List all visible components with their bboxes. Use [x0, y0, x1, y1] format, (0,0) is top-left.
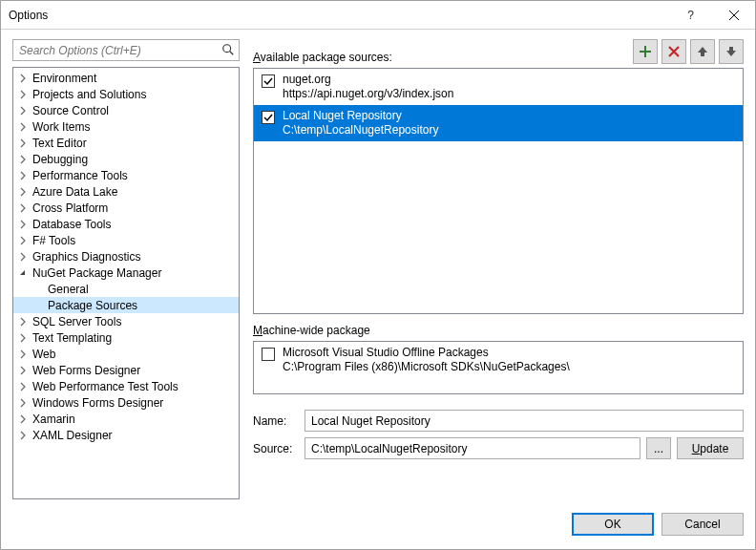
source-row[interactable]: Local Nuget RepositoryC:\temp\LocalNuget…	[254, 105, 743, 141]
source-checkbox[interactable]	[262, 111, 275, 124]
dialog-footer: OK Cancel	[1, 505, 755, 549]
chevron-right-icon[interactable]	[15, 314, 31, 329]
source-row[interactable]: nuget.orghttps://api.nuget.org/v3/index.…	[254, 69, 743, 105]
chevron-right-icon[interactable]	[15, 136, 31, 151]
source-row[interactable]: Microsoft Visual Studio Offline Packages…	[254, 342, 743, 378]
source-label: Source:	[253, 442, 299, 455]
plus-icon	[639, 45, 652, 58]
chevron-down-icon[interactable]	[15, 265, 31, 281]
chevron-right-icon[interactable]	[15, 152, 31, 167]
help-button[interactable]: ?	[669, 1, 712, 30]
tree-item[interactable]: Package Sources	[13, 297, 239, 313]
source-text: Local Nuget RepositoryC:\temp\LocalNuget…	[283, 107, 438, 139]
available-sources-label: Available package sources:	[253, 51, 392, 64]
tree-item-label: Performance Tools	[31, 169, 128, 182]
source-path: C:\temp\LocalNugetRepository	[283, 123, 438, 138]
tree-item[interactable]: Windows Forms Designer	[13, 394, 239, 411]
tree-item-label: General	[46, 283, 89, 296]
tree-item[interactable]: Environment	[13, 70, 239, 86]
chevron-right-icon[interactable]	[15, 330, 31, 346]
chevron-right-icon[interactable]	[15, 395, 31, 411]
chevron-right-icon[interactable]	[15, 168, 31, 183]
chevron-right-icon[interactable]	[15, 103, 31, 118]
tree-item-label: NuGet Package Manager	[31, 266, 161, 280]
tree-item[interactable]: Projects and Solutions	[13, 86, 239, 102]
tree-item-label: Text Templating	[31, 331, 112, 345]
arrow-down-icon	[725, 46, 737, 57]
chevron-right-icon[interactable]	[15, 428, 31, 443]
cancel-button[interactable]: Cancel	[662, 513, 744, 536]
update-button[interactable]: Update	[677, 437, 744, 459]
chevron-right-icon[interactable]	[15, 363, 31, 378]
tree-item[interactable]: SQL Server Tools	[13, 313, 239, 329]
tree-item[interactable]: NuGet Package Manager	[13, 264, 239, 281]
move-up-button[interactable]	[690, 39, 715, 64]
tree-item-label: Xamarin	[31, 412, 75, 426]
help-icon: ?	[687, 9, 694, 22]
source-name: Microsoft Visual Studio Offline Packages	[283, 346, 570, 360]
remove-source-button[interactable]	[662, 39, 686, 64]
chevron-right-icon[interactable]	[15, 217, 31, 232]
tree-item-label: SQL Server Tools	[31, 315, 121, 328]
tree-item[interactable]: Work Items	[13, 118, 239, 135]
tree-item[interactable]: Performance Tools	[13, 167, 239, 183]
search-wrap	[12, 39, 240, 61]
source-text: nuget.orghttps://api.nuget.org/v3/index.…	[283, 71, 453, 103]
close-button[interactable]	[712, 1, 755, 30]
tree-item[interactable]: Web	[13, 346, 239, 362]
source-input[interactable]	[304, 437, 640, 459]
close-icon	[729, 11, 739, 20]
tree-item[interactable]: Graphics Diagnostics	[13, 248, 239, 264]
available-sources-list[interactable]: nuget.orghttps://api.nuget.org/v3/index.…	[253, 68, 744, 314]
x-icon	[668, 46, 680, 57]
tree-item[interactable]: Web Forms Designer	[13, 362, 239, 378]
source-checkbox[interactable]	[262, 74, 275, 88]
machine-wide-list[interactable]: Microsoft Visual Studio Offline Packages…	[253, 341, 744, 394]
tree-item-label: Graphics Diagnostics	[31, 250, 140, 264]
svg-line-3	[230, 52, 234, 55]
chevron-right-icon[interactable]	[15, 379, 31, 394]
move-down-button[interactable]	[719, 39, 744, 64]
chevron-right-icon[interactable]	[15, 347, 31, 362]
add-source-button[interactable]	[633, 39, 658, 64]
source-path: C:\Program Files (x86)\Microsoft SDKs\Nu…	[283, 360, 570, 374]
tree-item[interactable]: F# Tools	[13, 232, 239, 248]
tree-item-label: Web Forms Designer	[31, 364, 140, 377]
options-tree[interactable]: EnvironmentProjects and SolutionsSource …	[12, 67, 240, 499]
source-toolbar	[633, 39, 744, 64]
chevron-right-icon[interactable]	[15, 119, 31, 135]
tree-item-label: Debugging	[31, 153, 88, 166]
tree-item-label: F# Tools	[31, 234, 75, 247]
tree-item[interactable]: Debugging	[13, 151, 239, 167]
ok-button[interactable]: OK	[572, 513, 654, 536]
name-label: Name:	[253, 414, 299, 428]
source-checkbox[interactable]	[262, 348, 275, 361]
tree-item[interactable]: XAML Designer	[13, 427, 239, 443]
tree-item[interactable]: Database Tools	[13, 216, 239, 232]
search-icon	[221, 43, 235, 56]
tree-item-label: XAML Designer	[31, 429, 113, 442]
chevron-right-icon[interactable]	[15, 233, 31, 248]
chevron-right-icon[interactable]	[15, 201, 31, 216]
tree-item[interactable]: Text Editor	[13, 135, 239, 151]
source-text: Microsoft Visual Studio Offline Packages…	[283, 344, 570, 376]
chevron-right-icon[interactable]	[15, 184, 31, 200]
chevron-right-icon[interactable]	[15, 71, 31, 86]
tree-item[interactable]: Azure Data Lake	[13, 183, 239, 200]
search-input[interactable]	[12, 39, 240, 61]
tree-item-label: Projects and Solutions	[31, 88, 146, 101]
tree-item[interactable]: Cross Platform	[13, 200, 239, 216]
tree-item[interactable]: Xamarin	[13, 411, 239, 427]
tree-item[interactable]: Source Control	[13, 102, 239, 118]
chevron-right-icon[interactable]	[15, 412, 31, 427]
tree-item[interactable]: Web Performance Test Tools	[13, 378, 239, 394]
tree-item[interactable]: Text Templating	[13, 329, 239, 346]
browse-button[interactable]: ...	[646, 437, 671, 459]
tree-item-label: Text Editor	[31, 137, 87, 150]
tree-item[interactable]: General	[13, 281, 239, 297]
chevron-right-icon[interactable]	[15, 87, 31, 102]
machine-wide-label: Machine-wide package	[253, 324, 744, 337]
name-input[interactable]	[304, 410, 744, 432]
title-bar: Options ?	[1, 1, 755, 30]
chevron-right-icon[interactable]	[15, 249, 31, 264]
